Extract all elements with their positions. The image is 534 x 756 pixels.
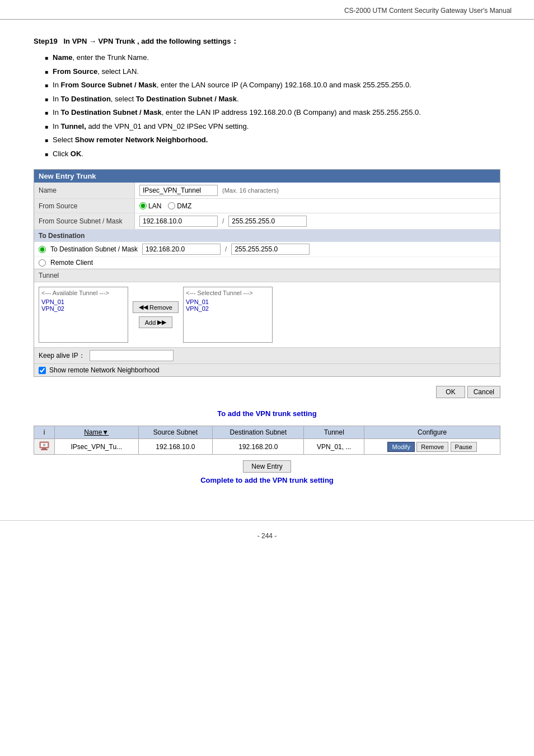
available-tunnel-list: <--- Available Tunnel ---> VPN_01 VPN_02 <box>39 287 128 343</box>
caption1: To add the VPN trunk setting <box>34 409 500 418</box>
remote-client-radio[interactable] <box>39 259 46 267</box>
modify-button[interactable]: Modify <box>387 442 414 452</box>
ok-button[interactable]: OK <box>436 386 465 398</box>
tunnel-section: Tunnel <--- Available Tunnel ---> VPN_01… <box>34 269 500 347</box>
svg-point-4 <box>43 444 45 446</box>
from-source-label: From Source <box>34 199 135 213</box>
show-neighbor-checkbox[interactable] <box>39 367 46 374</box>
show-neighbor-label: Show remote Network Neighborhood <box>49 366 160 374</box>
from-source-row: From Source LAN DMZ <box>34 199 500 213</box>
vpn-table-container: i Name▼ Source Subnet Destination Subnet… <box>34 426 500 455</box>
list-item: In To Destination Subnet / Mask, enter t… <box>45 107 500 118</box>
row-name: IPsec_VPN_Tu... <box>55 439 139 455</box>
step-number: Step19 <box>34 37 58 45</box>
selected-tunnel-list: <--- Selected Tunnel ---> VPN_01 VPN_02 <box>183 287 273 343</box>
new-entry-trunk-form: New Entry Trunk Name (Max. 16 characters… <box>34 169 500 377</box>
row-configure: Modify Remove Pause <box>364 439 500 455</box>
add-tunnel-button[interactable]: Add ▶▶ <box>139 316 173 328</box>
tunnel-body: <--- Available Tunnel ---> VPN_01 VPN_02… <box>34 282 500 347</box>
to-destination-header: To Destination <box>34 230 500 242</box>
name-row: Name (Max. 16 characters) <box>34 183 500 199</box>
keep-alive-input[interactable] <box>90 350 174 361</box>
list-item: Name, enter the Trunk Name. <box>45 52 500 63</box>
selected-tunnel-header: <--- Selected Tunnel ---> <box>186 290 270 296</box>
col-configure: Configure <box>364 426 500 439</box>
form-title: New Entry Trunk <box>34 170 500 183</box>
keep-alive-row: Keep alive IP： <box>34 347 500 363</box>
col-tunnel: Tunnel <box>304 426 364 439</box>
from-source-subnet-input[interactable] <box>139 216 218 227</box>
list-item: In From Source Subnet / Mask, enter the … <box>45 80 500 91</box>
col-i: i <box>34 426 55 439</box>
col-name[interactable]: Name▼ <box>55 426 139 439</box>
new-entry-button[interactable]: New Entry <box>243 460 291 473</box>
dmz-radio-label[interactable]: DMZ <box>168 202 191 210</box>
page-header: CS-2000 UTM Content Security Gateway Use… <box>0 0 534 20</box>
tunnel-item-vpn01-available[interactable]: VPN_01 <box>41 298 125 305</box>
svg-rect-2 <box>41 449 48 450</box>
from-source-subnet-label: From Source Subnet / Mask <box>34 213 135 229</box>
lan-radio-label[interactable]: LAN <box>139 202 161 210</box>
name-value-cell: (Max. 16 characters) <box>135 183 500 198</box>
row-icon-cell <box>34 439 55 455</box>
name-hint: (Max. 16 characters) <box>222 187 279 194</box>
dmz-radio[interactable] <box>168 202 175 209</box>
keep-alive-label: Keep alive IP： <box>39 351 85 361</box>
pause-button[interactable]: Pause <box>451 442 477 452</box>
header-title: CS-2000 UTM Content Security Gateway Use… <box>344 7 512 15</box>
from-source-subnet-row: From Source Subnet / Mask / <box>34 213 500 230</box>
remove-button[interactable]: Remove <box>416 442 448 452</box>
page-number: - 244 - <box>257 532 277 540</box>
list-item: Select Show remoter Network Neighborhood… <box>45 134 500 146</box>
to-dest-subnet-radio[interactable] <box>39 246 46 253</box>
tunnel-item-vpn02-selected[interactable]: VPN_02 <box>186 305 270 312</box>
list-item: Click OK. <box>45 148 500 160</box>
row-destination-subnet: 192.168.20.0 <box>213 439 304 455</box>
step-label: Step19 In VPN → VPN Trunk , add the foll… <box>34 36 500 46</box>
dmz-label: DMZ <box>177 202 191 210</box>
new-entry-btn-row: New Entry <box>34 460 500 473</box>
page-footer: - 244 - <box>0 520 534 545</box>
instruction-list: Name, enter the Trunk Name. From Source,… <box>34 52 500 159</box>
from-source-mask-input[interactable] <box>228 216 307 227</box>
to-dest-subnet-option-label: To Destination Subnet / Mask <box>50 245 138 253</box>
caption2: Complete to add the VPN trunk setting <box>34 476 500 484</box>
to-dest-mask-separator: / <box>225 245 227 253</box>
to-dest-mask-input[interactable] <box>231 244 310 255</box>
list-item: In Tunnel, add the VPN_01 and VPN_02 IPS… <box>45 121 500 132</box>
vpn-icon <box>39 441 50 451</box>
tunnel-item-vpn01-selected[interactable]: VPN_01 <box>186 298 270 305</box>
to-dest-subnet-option-row: To Destination Subnet / Mask / <box>34 242 500 257</box>
cancel-button[interactable]: Cancel <box>467 386 500 398</box>
lan-label: LAN <box>148 202 161 210</box>
tunnel-item-vpn02-available[interactable]: VPN_02 <box>41 305 125 312</box>
remote-client-label: Remote Client <box>50 259 93 267</box>
from-source-value: LAN DMZ <box>135 200 500 212</box>
remove-icon: ◀◀ <box>139 304 148 311</box>
name-label: Name <box>34 183 135 198</box>
list-item: In To Destination, select To Destination… <box>45 94 500 105</box>
tunnel-section-header: Tunnel <box>34 269 500 282</box>
vpn-table: i Name▼ Source Subnet Destination Subnet… <box>34 426 500 455</box>
remove-tunnel-button[interactable]: ◀◀ Remove <box>133 301 179 313</box>
from-source-subnet-value: / <box>135 213 500 229</box>
ok-cancel-row: OK Cancel <box>34 386 500 398</box>
add-icon: ▶▶ <box>157 319 166 326</box>
mask-separator: / <box>222 217 224 225</box>
page-content: Step19 In VPN → VPN Trunk , add the foll… <box>0 31 534 509</box>
row-tunnel: VPN_01, ... <box>304 439 364 455</box>
to-dest-subnet-input[interactable] <box>142 244 221 255</box>
list-item: From Source, select LAN. <box>45 66 500 77</box>
name-input[interactable] <box>139 185 218 196</box>
show-neighbor-row: Show remote Network Neighborhood <box>34 363 500 376</box>
lan-radio[interactable] <box>139 202 147 209</box>
row-source-subnet: 192.168.10.0 <box>138 439 213 455</box>
col-source-subnet: Source Subnet <box>138 426 213 439</box>
from-source-radio-group: LAN DMZ <box>139 202 191 210</box>
remote-client-option-row: Remote Client <box>34 257 500 269</box>
col-destination-subnet: Destination Subnet <box>213 426 304 439</box>
table-row: IPsec_VPN_Tu... 192.168.10.0 192.168.20.… <box>34 439 500 455</box>
tunnel-buttons: ◀◀ Remove Add ▶▶ <box>133 287 179 343</box>
available-tunnel-header: <--- Available Tunnel ---> <box>41 290 125 296</box>
